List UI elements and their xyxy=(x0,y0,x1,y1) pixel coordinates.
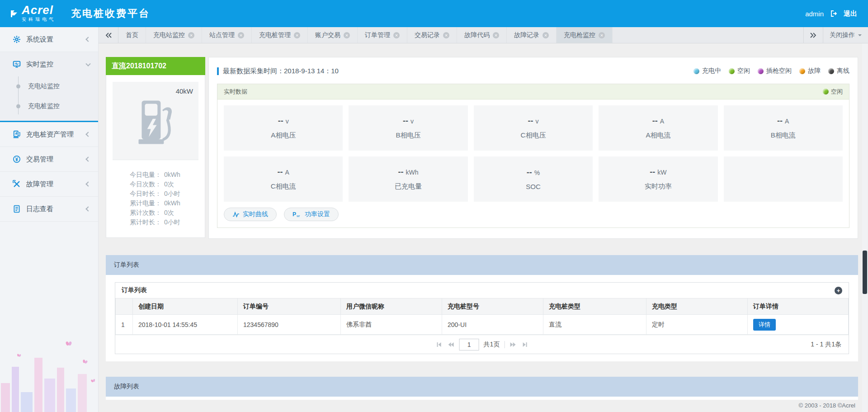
metric-card-soc: --%SOC xyxy=(474,156,593,202)
tab-label: 订单管理 xyxy=(365,31,390,39)
page-number-input[interactable] xyxy=(459,339,479,350)
pwr-icon: Pwr xyxy=(292,211,302,218)
metric-card-c-current: --AC相电流 xyxy=(224,156,343,202)
realtime-curve-button[interactable]: 实时曲线 xyxy=(224,208,277,221)
metric-card-a-voltage: --vA相电压 xyxy=(224,105,343,151)
col-created: 创建日期 xyxy=(133,298,238,315)
scrollbar-thumb[interactable] xyxy=(863,251,867,294)
tab-label: 充电站监控 xyxy=(153,31,185,39)
next-page-icon[interactable] xyxy=(509,341,516,348)
status-dot-icon xyxy=(729,68,735,74)
butterfly-icon xyxy=(82,360,88,365)
close-tab-icon[interactable] xyxy=(599,32,605,38)
bullet-icon xyxy=(16,104,20,109)
scroll-tabs-right-icon[interactable] xyxy=(803,27,823,43)
tab-fault-codes[interactable]: 故障代码 xyxy=(457,27,507,43)
records-summary: 1 - 1 共1条 xyxy=(811,341,841,349)
status-legend: 充电中 空闲 插枪空闲 故障 离线 xyxy=(693,67,849,75)
first-page-icon[interactable] xyxy=(436,341,443,348)
tab-bar: 首页 充电站监控 站点管理 充电桩管理 账户交易 订单管理 交易记录 故障代码 … xyxy=(99,27,868,43)
prev-page-icon[interactable] xyxy=(448,341,455,348)
close-tab-icon[interactable] xyxy=(493,32,499,38)
yuan-circle-icon xyxy=(13,155,21,163)
cell-wechat-nick: 佛系非酋 xyxy=(341,315,442,335)
status-dot-icon xyxy=(823,89,829,95)
gear-icon xyxy=(13,35,21,43)
power-settings-button[interactable]: Pwr 功率设置 xyxy=(284,208,339,221)
close-tab-icon[interactable] xyxy=(542,32,549,38)
vertical-scrollbar[interactable] xyxy=(862,43,868,412)
sidebar-subitem-station-monitor[interactable]: 充电站监控 xyxy=(0,76,98,96)
tab-gun-monitor[interactable]: 充电枪监控 xyxy=(557,27,613,43)
status-dot-icon xyxy=(799,68,805,74)
sidebar-subitem-label: 充电桩监控 xyxy=(28,102,60,110)
tab-trade-records[interactable]: 交易记录 xyxy=(407,27,457,43)
legend-item-charging: 充电中 xyxy=(693,67,721,75)
close-tab-icon[interactable] xyxy=(393,32,400,38)
sidebar-subitem-pile-monitor[interactable]: 充电桩监控 xyxy=(0,96,98,116)
last-page-icon[interactable] xyxy=(521,341,528,348)
close-tab-icon[interactable] xyxy=(188,32,194,38)
tab-label: 充电桩管理 xyxy=(259,31,291,39)
butterfly-icon xyxy=(91,379,95,383)
copyright-text: © 2003 - 2018 ©Acrel xyxy=(799,402,855,409)
sidebar-item-pile-assets[interactable]: 充电桩资产管理 xyxy=(0,122,98,147)
realtime-data-title: 实时数据 xyxy=(224,88,247,96)
table-row: 1 2018-10-01 14:55:45 1234567890 佛系非酋 20… xyxy=(116,315,849,335)
device-stats: 今日电量：0kWh 今日次数：0次 今日时长：0小时 累计电量：0kWh 累计次… xyxy=(106,170,205,227)
sidebar-item-log-view[interactable]: 日志查看 xyxy=(0,197,98,222)
tab-pile-mgmt[interactable]: 充电桩管理 xyxy=(252,27,308,43)
scroll-tabs-left-icon[interactable] xyxy=(99,27,118,43)
orders-section-header: 订单列表 xyxy=(106,255,858,275)
tab-site-mgmt[interactable]: 站点管理 xyxy=(202,27,252,43)
close-tab-icon[interactable] xyxy=(443,32,449,38)
svg-text:wr: wr xyxy=(296,214,300,218)
tab-order-mgmt[interactable]: 订单管理 xyxy=(358,27,407,43)
collapse-toggle-icon[interactable] xyxy=(835,287,842,294)
tab-label: 首页 xyxy=(126,31,138,39)
tab-home[interactable]: 首页 xyxy=(118,27,146,43)
charging-pile-illustration-icon xyxy=(134,97,177,151)
orders-table: 创建日期 订单编号 用户微信昵称 充电桩型号 充电桩类型 充电类型 订单详情 1 xyxy=(115,298,849,335)
sidebar-item-realtime-monitor[interactable]: 实时监控 xyxy=(0,52,98,76)
col-wechat-nick: 用户微信昵称 xyxy=(341,298,442,315)
col-index xyxy=(116,298,133,315)
cell-pile-model: 200-UI xyxy=(442,315,543,335)
tools-icon xyxy=(13,180,21,188)
logo-subtext: 安科瑞电气 xyxy=(22,16,56,23)
sidebar-item-system-settings[interactable]: 系统设置 xyxy=(0,27,98,52)
order-detail-button[interactable]: 详情 xyxy=(753,319,776,331)
metric-card-a-current: --AA相电流 xyxy=(599,105,717,151)
stat-row: 今日电量：0kWh xyxy=(130,170,205,180)
sidebar-item-label: 交易管理 xyxy=(26,155,53,164)
sidebar-item-transaction-mgmt[interactable]: 交易管理 xyxy=(0,147,98,172)
col-pile-model: 充电桩型号 xyxy=(442,298,543,315)
chevron-left-icon xyxy=(85,181,90,186)
col-order-no: 订单编号 xyxy=(238,298,341,315)
close-tab-icon[interactable] xyxy=(238,32,244,38)
close-tab-icon[interactable] xyxy=(294,32,300,38)
logout-button[interactable]: 退出 xyxy=(844,9,857,18)
divider xyxy=(113,160,198,160)
logout-icon[interactable] xyxy=(830,10,837,17)
status-dot-icon xyxy=(758,68,764,74)
tab-label: 故障代码 xyxy=(464,31,490,39)
sidebar-item-label: 充电桩资产管理 xyxy=(26,130,74,139)
close-operations-dropdown[interactable]: 关闭操作 xyxy=(823,27,868,43)
tab-account-trade[interactable]: 账户交易 xyxy=(308,27,358,43)
sidebar-item-fault-mgmt[interactable]: 故障管理 xyxy=(0,172,98,197)
metric-card-empty xyxy=(724,156,843,202)
close-tab-icon[interactable] xyxy=(344,32,350,38)
curve-icon xyxy=(232,211,240,218)
cell-pile-type: 直流 xyxy=(543,315,646,335)
tab-station-monitor[interactable]: 充电站监控 xyxy=(146,27,202,43)
tab-list: 首页 充电站监控 站点管理 充电桩管理 账户交易 订单管理 交易记录 故障代码 … xyxy=(118,27,803,43)
metric-card-b-voltage: --vB相电压 xyxy=(349,105,467,151)
monitor-icon xyxy=(13,60,21,68)
tab-fault-records[interactable]: 故障记录 xyxy=(507,27,557,43)
stat-row: 累计电量：0kWh xyxy=(130,199,205,208)
sidebar-item-label: 日志查看 xyxy=(26,205,53,213)
accent-bar xyxy=(217,67,219,75)
stat-row: 累计时长：0小时 xyxy=(130,218,205,227)
metric-card-charged-energy: --kWh已充电量 xyxy=(349,156,467,202)
